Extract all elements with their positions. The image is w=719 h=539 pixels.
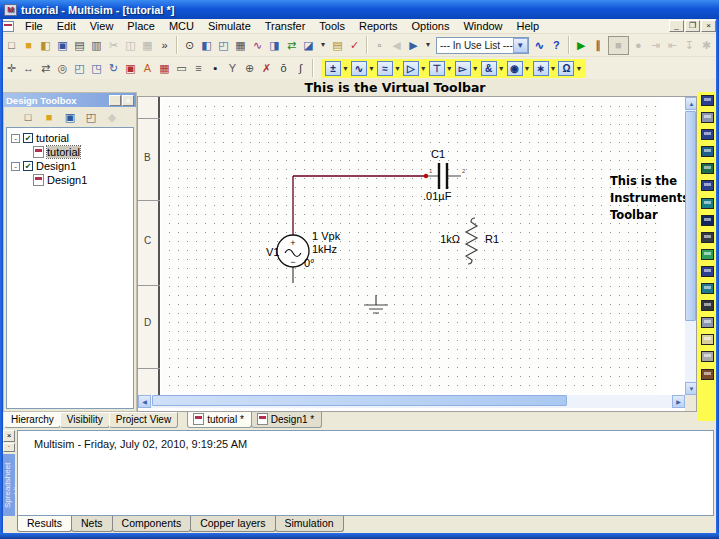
menu-item[interactable]: Reports <box>352 20 405 32</box>
horizontal-scrollbar[interactable]: ◀ ▶ <box>138 395 685 408</box>
chevron-down-icon[interactable]: ▼ <box>394 65 401 72</box>
menu-item[interactable]: Help <box>510 20 547 32</box>
menu-item[interactable]: MCU <box>162 20 201 32</box>
distortion-analyzer-icon[interactable] <box>701 283 714 294</box>
description-box-icon[interactable]: ▦ <box>156 60 173 77</box>
c1-capacitor[interactable]: C1 .01µF 1 2 <box>423 148 466 202</box>
signal-source-family-button[interactable]: ∿▼ <box>351 61 375 76</box>
sheet-tab[interactable]: Design1 * <box>251 412 322 428</box>
stop-icon[interactable]: ■ <box>610 37 627 54</box>
chevron-down-icon[interactable]: ▼ <box>420 65 427 72</box>
bus-vector-icon[interactable]: Y <box>224 60 241 77</box>
step-into-icon[interactable]: ⇥ <box>647 37 664 54</box>
sheet-tab[interactable]: tutorial * <box>187 412 252 428</box>
new-schematic-icon[interactable]: □ <box>20 109 37 126</box>
chevron-down-icon[interactable]: ▼ <box>524 65 531 72</box>
logic-analyzer-icon[interactable] <box>701 249 714 260</box>
subcircuit-icon[interactable]: ◳ <box>88 60 105 77</box>
spreadsheet-tab[interactable]: Copper layers <box>190 516 275 532</box>
function-generator-icon[interactable] <box>701 112 714 123</box>
zoom-area-icon[interactable]: ◰ <box>215 37 232 54</box>
word-generator-icon[interactable] <box>701 215 714 226</box>
tree-item-label[interactable]: Design1 <box>47 174 87 186</box>
rated-family-button[interactable]: Ω▼ <box>558 61 582 76</box>
pause-at-icon[interactable]: ● <box>630 37 647 54</box>
spectrum-analyzer-icon[interactable] <box>701 300 714 311</box>
spreadsheet-close-icon[interactable]: × <box>3 430 15 442</box>
menu-item[interactable]: Edit <box>50 20 83 32</box>
menu-item[interactable]: View <box>83 20 121 32</box>
indicator-family-button[interactable]: ◉▼ <box>507 61 531 76</box>
four-channel-oscilloscope-icon[interactable] <box>701 163 714 174</box>
close-design-icon[interactable]: ◰ <box>83 109 100 126</box>
run-to-cursor-icon[interactable]: ✱ <box>698 37 715 54</box>
toolbar-overflow-icon[interactable]: » <box>156 37 173 54</box>
spreadsheet-tab[interactable]: Nets <box>71 516 113 532</box>
r1-resistor[interactable]: 1kΩ R1 <box>440 218 499 264</box>
wire[interactable] <box>293 176 426 235</box>
spreadsheet-results-area[interactable]: Multisim - Friday, July 02, 2010, 9:19:2… <box>17 430 714 516</box>
tree-expander-icon[interactable]: - <box>11 134 20 143</box>
network-analyzer-icon[interactable] <box>701 317 714 328</box>
scroll-down-icon[interactable]: ▼ <box>685 382 697 395</box>
pin-icon[interactable]: ◆ <box>104 109 121 126</box>
pause-icon[interactable]: ∥ <box>590 37 607 54</box>
zoom-in-window-icon[interactable]: ◧ <box>198 37 215 54</box>
menu-item[interactable]: Transfer <box>258 20 313 32</box>
junction-icon[interactable]: ⇄ <box>37 60 54 77</box>
logic-converter-icon[interactable] <box>701 232 714 243</box>
menu-item[interactable]: Window <box>456 20 509 32</box>
power-source-family-button[interactable]: ±▼ <box>325 61 349 76</box>
menu-item[interactable]: Simulate <box>201 20 258 32</box>
oscilloscope-icon[interactable] <box>701 146 714 157</box>
copy-icon[interactable]: ◫ <box>122 37 139 54</box>
spreadsheet-tab[interactable]: Results <box>17 516 72 532</box>
save-icon[interactable]: ▣ <box>54 37 71 54</box>
paste-icon[interactable]: ▦ <box>139 37 156 54</box>
multimeter-icon[interactable] <box>701 95 714 106</box>
step-over-icon[interactable]: ⇤ <box>664 37 681 54</box>
text-icon[interactable]: A <box>139 60 156 77</box>
vertical-scrollbar[interactable]: ▲ ▼ <box>685 97 697 395</box>
menu-item[interactable]: Place <box>120 20 162 32</box>
minimize-icon[interactable]: _ <box>669 20 684 32</box>
step-out-icon[interactable]: ↧ <box>681 37 698 54</box>
v1-source[interactable]: + − V1 1 Vpk 1kHz 0° <box>266 230 341 283</box>
tree-item-label[interactable]: Design1 <box>36 160 76 172</box>
print-preview-icon[interactable]: ▥ <box>88 37 105 54</box>
chevron-down-icon[interactable]: ▼ <box>342 65 349 72</box>
open-icon[interactable]: ■ <box>20 37 37 54</box>
chevron-down-icon[interactable]: ▼ <box>498 65 505 72</box>
wires-icon[interactable]: ⇄ <box>283 37 300 54</box>
toolbox-tab[interactable]: Project View <box>109 412 178 428</box>
grapher-icon[interactable]: ∿ <box>249 37 266 54</box>
graph-icon[interactable]: ∿ <box>531 37 548 54</box>
menu-item[interactable]: File <box>18 20 50 32</box>
analog-family-button[interactable]: ▻▼ <box>455 61 479 76</box>
sequence-icon[interactable]: ∫ <box>292 60 309 77</box>
chevron-down-icon[interactable]: ▼ <box>513 38 528 53</box>
hex-display-icon[interactable]: ≡ <box>190 60 207 77</box>
diode-family-button[interactable]: ▷▼ <box>403 61 427 76</box>
transistor-family-button[interactable]: ⊤▼ <box>429 61 453 76</box>
tree-item[interactable]: Design1 <box>7 173 133 187</box>
spreadsheet-collapse-icon[interactable]: · <box>3 443 15 452</box>
chevron-down-icon[interactable]: ▼ <box>472 65 479 72</box>
bus-icon[interactable]: ↔ <box>20 60 37 77</box>
zoom-sheet-icon[interactable]: ▦ <box>232 37 249 54</box>
agilent-function-generator-icon[interactable] <box>701 334 714 345</box>
annotate-caret-icon[interactable]: ▾ <box>422 37 434 54</box>
spreadsheet-view-icon[interactable]: ◨ <box>266 37 283 54</box>
open-design-icon[interactable]: ■ <box>41 109 58 126</box>
zoom-icon[interactable]: ⊙ <box>181 37 198 54</box>
chevron-down-icon[interactable]: ▼ <box>550 65 557 72</box>
scroll-left-icon[interactable]: ◀ <box>138 395 151 408</box>
chevron-down-icon[interactable]: ▼ <box>368 65 375 72</box>
toggle-nc-icon[interactable]: ō <box>275 60 292 77</box>
black-box-icon[interactable]: ▪ <box>207 60 224 77</box>
horizontal-scroll-thumb[interactable] <box>152 395 567 406</box>
tree-item[interactable]: tutorial <box>7 145 133 159</box>
ground-symbol[interactable] <box>364 295 388 313</box>
bode-plotter-icon[interactable] <box>701 180 714 191</box>
scroll-up-icon[interactable]: ▲ <box>685 97 697 110</box>
